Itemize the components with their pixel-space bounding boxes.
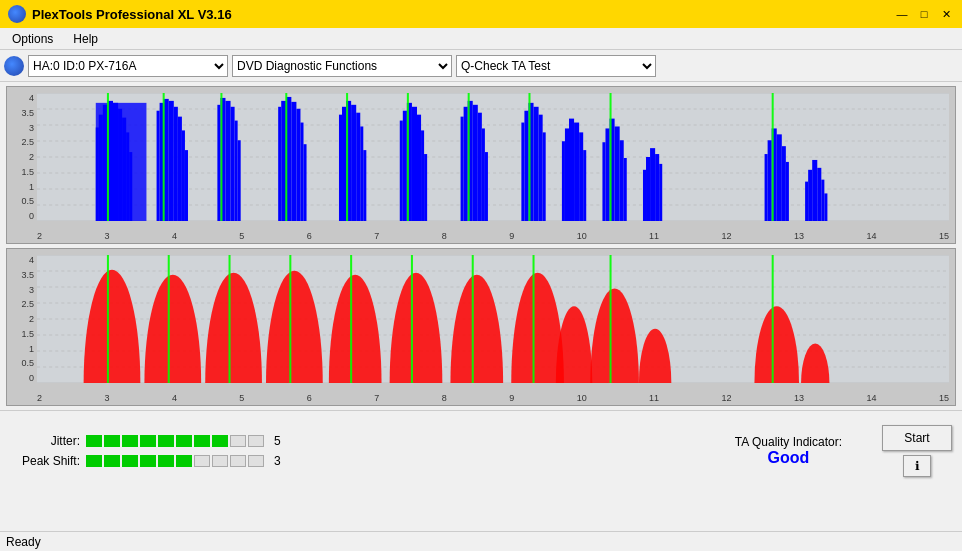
svg-rect-25 [178, 117, 182, 221]
svg-rect-42 [304, 144, 307, 221]
top-chart-y-axis: 4 3.5 3 2.5 2 1.5 1 0.5 0 [7, 93, 37, 221]
svg-rect-92 [659, 164, 662, 221]
svg-rect-103 [817, 168, 821, 221]
svg-rect-63 [473, 105, 478, 221]
svg-rect-128 [472, 255, 474, 383]
top-chart-svg [37, 93, 949, 221]
jitter-seg-2 [104, 435, 120, 447]
svg-rect-44 [339, 115, 342, 221]
svg-rect-11 [99, 115, 103, 221]
svg-rect-58 [424, 154, 427, 221]
metrics-area: Jitter: 5 Peak Shift: [10, 434, 715, 468]
svg-rect-31 [225, 101, 230, 221]
svg-point-127 [450, 275, 503, 383]
svg-point-123 [329, 275, 382, 383]
svg-rect-88 [643, 170, 646, 221]
svg-rect-97 [782, 146, 786, 221]
svg-rect-51 [346, 93, 348, 221]
svg-rect-85 [620, 140, 624, 221]
svg-rect-99 [772, 93, 774, 221]
svg-rect-89 [646, 157, 650, 221]
svg-rect-40 [296, 109, 300, 221]
svg-point-129 [511, 273, 564, 383]
peakshift-seg-9 [230, 455, 246, 467]
svg-rect-116 [107, 255, 109, 383]
svg-rect-19 [107, 93, 109, 221]
peakshift-value: 3 [274, 454, 281, 468]
svg-rect-24 [174, 107, 178, 221]
function-select[interactable]: DVD Diagnostic Functions [232, 55, 452, 77]
jitter-seg-10 [248, 435, 264, 447]
jitter-bar [86, 435, 264, 447]
svg-rect-126 [411, 255, 413, 383]
top-chart-inner [37, 93, 949, 221]
jitter-seg-8 [212, 435, 228, 447]
svg-rect-39 [291, 102, 296, 221]
svg-rect-78 [574, 123, 579, 221]
bottom-chart-inner [37, 255, 949, 383]
jitter-label: Jitter: [10, 434, 80, 448]
device-select[interactable]: HA:0 ID:0 PX-716A [28, 55, 228, 77]
svg-rect-29 [217, 105, 220, 221]
svg-rect-74 [528, 93, 530, 221]
svg-rect-14 [113, 103, 118, 221]
minimize-button[interactable]: — [894, 6, 910, 22]
svg-rect-136 [772, 255, 774, 383]
charts-area: 4 3.5 3 2.5 2 1.5 1 0.5 0 [0, 82, 962, 410]
peakshift-seg-10 [248, 455, 264, 467]
svg-rect-73 [543, 132, 546, 221]
svg-rect-124 [350, 255, 352, 383]
jitter-seg-7 [194, 435, 210, 447]
menu-help[interactable]: Help [65, 30, 106, 48]
svg-rect-57 [421, 130, 424, 221]
svg-rect-91 [655, 154, 659, 221]
svg-rect-16 [122, 118, 126, 221]
svg-point-134 [639, 329, 671, 383]
svg-rect-133 [610, 255, 612, 383]
peakshift-seg-6 [176, 455, 192, 467]
peakshift-seg-5 [158, 455, 174, 467]
peakshift-seg-2 [104, 455, 120, 467]
jitter-seg-3 [122, 435, 138, 447]
jitter-row: Jitter: 5 [10, 434, 715, 448]
svg-rect-52 [400, 121, 403, 221]
svg-rect-94 [768, 140, 772, 221]
svg-rect-28 [163, 93, 165, 221]
start-button[interactable]: Start [882, 425, 952, 451]
svg-rect-100 [805, 182, 808, 221]
svg-rect-86 [624, 158, 627, 221]
svg-rect-32 [231, 107, 235, 221]
svg-rect-23 [169, 101, 174, 221]
top-chart: 4 3.5 3 2.5 2 1.5 1 0.5 0 [6, 86, 956, 244]
maximize-button[interactable]: □ [916, 6, 932, 22]
titlebar-controls: — □ ✕ [894, 6, 954, 22]
close-button[interactable]: ✕ [938, 6, 954, 22]
svg-rect-96 [777, 134, 782, 221]
svg-rect-71 [534, 107, 539, 221]
svg-point-135 [754, 306, 799, 383]
svg-rect-36 [278, 107, 281, 221]
peakshift-seg-7 [194, 455, 210, 467]
svg-rect-84 [615, 126, 620, 221]
svg-rect-65 [482, 128, 485, 221]
svg-rect-17 [126, 132, 129, 221]
svg-rect-67 [468, 93, 470, 221]
svg-rect-27 [185, 150, 188, 221]
info-button[interactable]: ℹ [903, 455, 931, 477]
svg-rect-87 [610, 93, 612, 221]
titlebar-left: PlexTools Professional XL V3.16 [8, 5, 232, 23]
bottom-chart-x-axis: 2 3 4 5 6 7 8 9 10 11 12 13 14 15 [37, 393, 949, 403]
peakshift-bar [86, 455, 264, 467]
test-select[interactable]: Q-Check TA Test [456, 55, 656, 77]
svg-point-137 [801, 344, 829, 383]
svg-rect-120 [229, 255, 231, 383]
menu-options[interactable]: Options [4, 30, 61, 48]
svg-point-125 [390, 273, 443, 383]
svg-rect-104 [821, 180, 824, 221]
svg-rect-77 [569, 119, 574, 221]
jitter-value: 5 [274, 434, 281, 448]
svg-rect-33 [235, 121, 238, 221]
svg-rect-48 [356, 113, 360, 221]
svg-rect-72 [539, 115, 543, 221]
device-icon [4, 56, 24, 76]
